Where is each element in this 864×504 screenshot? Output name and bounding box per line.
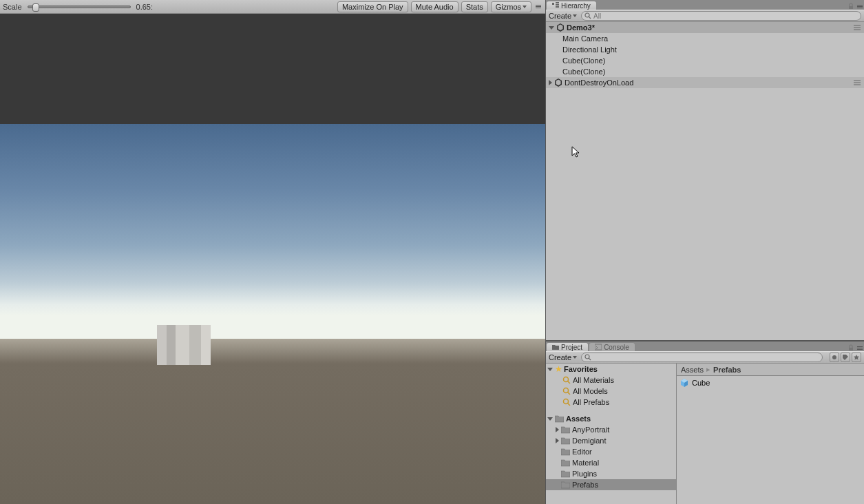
expand-toggle-icon[interactable] [556,427,559,432]
expand-toggle-icon[interactable] [547,368,553,371]
hierarchy-create-label: Create [549,12,571,20]
hierarchy-gameobject-row[interactable]: Main Camera [546,33,864,44]
project-folder-row[interactable]: Editor [546,446,676,457]
scale-slider[interactable] [28,6,131,8]
hierarchy-gameobject-row[interactable]: Cube(Clone) [546,66,864,77]
svg-rect-3 [556,6,559,8]
svg-rect-1 [556,2,559,3]
console-icon [595,344,602,350]
search-icon [584,12,591,19]
project-panel-menu-icon[interactable] [856,345,864,351]
maximize-on-play-button[interactable]: Maximize On Play [337,1,408,12]
mute-audio-button[interactable]: Mute Audio [411,1,459,12]
scale-value: 0.65: [136,3,153,11]
folder-icon [561,426,570,434]
game-viewport[interactable] [0,14,545,504]
unity-scene-icon [556,23,565,32]
project-folder-row[interactable]: Plugins [546,468,676,479]
gizmos-label: Gizmos [496,3,521,11]
hierarchy-scene-row[interactable]: Demo3* [546,22,864,33]
project-folder-tree[interactable]: ★ Favorites All MaterialsAll ModelsAll P… [546,364,677,504]
hierarchy-tree[interactable]: Demo3* Main CameraDirectional LightCube(… [546,22,864,340]
hierarchy-search-input[interactable] [593,12,858,20]
lock-icon[interactable] [847,3,854,10]
hierarchy-gameobject-row[interactable]: Cube(Clone) [546,55,864,66]
expand-toggle-icon[interactable] [556,438,559,443]
hierarchy-create-dropdown[interactable]: Create [549,12,577,20]
filter-by-type-button[interactable] [830,353,839,362]
svg-rect-0 [552,3,554,5]
viewport-ground [0,339,545,504]
game-view-panel: Scale 0.65: Maximize On Play Mute Audio … [0,0,545,504]
gizmos-dropdown[interactable]: Gizmos [491,1,531,12]
svg-line-25 [568,403,571,406]
hierarchy-panel-menu-icon[interactable] [856,3,864,10]
svg-point-24 [564,399,569,404]
favorite-search-item[interactable]: All Prefabs [546,397,676,408]
folder-icon [561,481,570,489]
project-search-input[interactable] [593,354,819,361]
search-icon [562,376,571,384]
favorite-search-item[interactable]: All Models [546,386,676,397]
project-folder-row[interactable]: AnyPortrait [546,424,676,435]
scene-name: Demo3* [567,23,595,32]
project-toolbar: Create [546,351,864,364]
breadcrumb: Assets ▸ Prefabs [677,364,864,376]
asset-list[interactable]: Cube [677,376,864,504]
prefab-icon [679,378,689,388]
svg-line-15 [596,348,598,349]
hierarchy-gameobject-row[interactable]: Directional Light [546,44,864,55]
scale-slider-thumb[interactable] [32,3,39,12]
project-filter-buttons [830,353,861,362]
project-create-dropdown[interactable]: Create [549,353,577,361]
tab-hierarchy[interactable]: Hierarchy [546,1,597,10]
svg-line-6 [589,17,591,19]
hierarchy-toolbar: Create [546,10,864,22]
folder-icon [555,415,564,423]
project-folder-row[interactable]: Prefabs [546,479,676,490]
hierarchy-search-field[interactable] [581,11,861,21]
breadcrumb-current[interactable]: Prefabs [713,366,741,374]
assets-header[interactable]: Assets [546,413,676,424]
panel-menu-icon[interactable] [534,3,542,10]
assets-label: Assets [566,414,591,423]
chevron-down-icon [573,356,577,359]
favorite-search-item[interactable]: All Materials [546,375,676,386]
svg-rect-4 [849,6,853,9]
lock-icon[interactable] [847,344,854,351]
viewport-cube-object [157,325,211,365]
svg-point-22 [564,388,569,393]
project-tabs: Project Console [546,342,864,351]
save-search-button[interactable] [852,353,861,362]
hierarchy-scene-row[interactable]: DontDestroyOnLoad [546,77,864,88]
tab-console[interactable]: Console [589,342,635,351]
svg-line-23 [568,392,571,395]
filter-by-label-button[interactable] [841,353,850,362]
expand-toggle-icon[interactable] [549,26,554,30]
stats-button[interactable]: Stats [461,1,488,12]
project-folder-row[interactable]: Demigiant [546,435,676,446]
scene-row-menu[interactable] [853,25,861,30]
scale-label: Scale [3,3,22,11]
game-toolbar: Scale 0.65: Maximize On Play Mute Audio … [0,0,545,14]
project-search-field[interactable] [581,353,823,362]
scene-name: DontDestroyOnLoad [565,78,633,87]
project-panel: Project Console Create [546,340,864,504]
chevron-down-icon [523,6,527,8]
asset-item[interactable]: Cube [679,377,861,388]
svg-point-20 [564,377,569,382]
project-folder-row[interactable]: Material [546,457,676,468]
expand-toggle-icon[interactable] [547,417,553,421]
expand-toggle-icon[interactable] [549,80,552,85]
folder-icon [561,437,570,445]
svg-rect-16 [849,348,853,350]
tab-hierarchy-label: Hierarchy [561,2,591,10]
project-body: ★ Favorites All MaterialsAll ModelsAll P… [546,364,864,504]
tab-project[interactable]: Project [546,342,589,351]
scene-row-menu[interactable] [853,80,861,85]
search-icon [562,387,571,395]
svg-point-19 [832,355,836,359]
favorites-header[interactable]: ★ Favorites [546,364,676,375]
svg-rect-2 [556,4,559,6]
breadcrumb-root[interactable]: Assets [681,366,704,374]
